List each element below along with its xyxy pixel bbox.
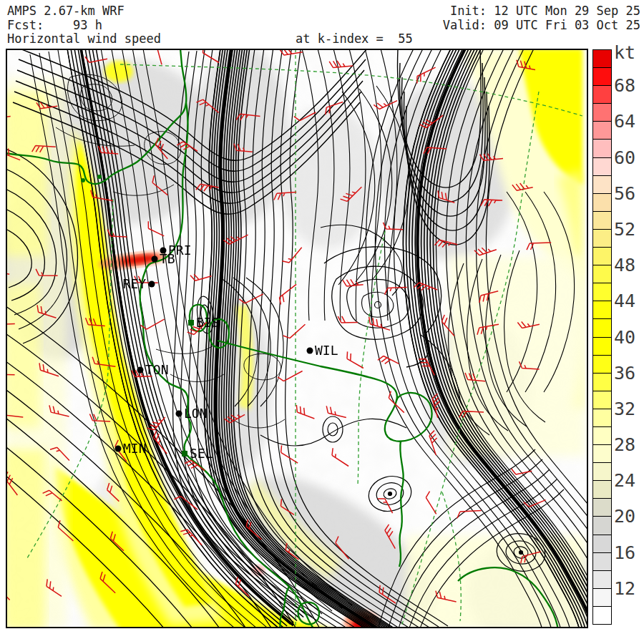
colorbar-cell: [592, 409, 612, 427]
station-label-tb: TB: [160, 251, 175, 266]
colorbar-cell: [592, 535, 612, 553]
colorbar-tick-label: 56: [614, 183, 635, 204]
station-label-sel: SEL: [190, 446, 213, 461]
colorbar-cell: [592, 391, 612, 409]
station-marker-lon: [176, 411, 182, 417]
colorbar-cell: [592, 85, 612, 104]
colorbar-cell: [592, 103, 612, 122]
colorbar-tick-label: 28: [614, 434, 635, 455]
colorbar-cell: [592, 229, 612, 248]
station-marker-bis: [188, 320, 194, 326]
station-marker-wil: [307, 348, 313, 354]
colorbar-cell: [592, 426, 612, 445]
colorbar-tick-label: 48: [614, 255, 635, 275]
colorbar-cell: [592, 301, 612, 319]
colorbar-tick-label: 32: [614, 399, 635, 419]
map-canvas: PRITBREYBISWILTONLONMINSEL: [6, 49, 588, 628]
station-marker-tb: [152, 256, 158, 263]
colorbar-cell: [592, 265, 612, 283]
colorbar-cell: [592, 444, 612, 463]
level-label: at k-index = 55: [296, 31, 413, 46]
colorbar-cell: [592, 121, 612, 140]
station-label-bis: BIS: [196, 315, 220, 330]
station-label-lon: LON: [184, 406, 208, 421]
station-marker-min: [115, 446, 122, 452]
colorbar-tick-label: 60: [614, 147, 635, 168]
colorbar: [592, 50, 612, 625]
colorbar-unit: kt: [614, 42, 635, 63]
colorbar-tick-label: 24: [614, 470, 635, 491]
colorbar-cell: [592, 606, 612, 625]
station-label-min: MIN: [123, 441, 147, 456]
colorbar-cell: [592, 337, 612, 356]
colorbar-tick-label: 68: [614, 75, 635, 96]
init-time: Init: 12 UTC Mon 29 Sep 25: [354, 4, 640, 18]
colorbar-cell: [592, 552, 612, 571]
station-marker-ton: [137, 367, 144, 374]
field-title: Horizontal wind speed: [7, 31, 161, 46]
colorbar-tick-label: 64: [614, 111, 635, 132]
colorbar-cell: [592, 49, 612, 68]
colorbar-cell: [592, 175, 612, 194]
colorbar-cell: [592, 355, 612, 374]
station-label-wil: WIL: [315, 343, 338, 358]
colorbar-tick-label: 12: [614, 578, 635, 599]
forecast-hour: Fcst: 93 h: [7, 18, 102, 32]
colorbar-cell: [592, 373, 612, 391]
station-marker-rey: [149, 281, 155, 288]
colorbar-cell: [592, 498, 612, 517]
colorbar-cell: [592, 480, 612, 499]
colorbar-tick-label: 20: [614, 506, 635, 527]
amps-wrf-plot: { "header": { "model": "AMPS 2.67-km WRF…: [0, 0, 644, 644]
station-label-ton: TON: [145, 362, 169, 377]
colorbar-cell: [592, 193, 612, 212]
colorbar-tick-label: 16: [614, 542, 635, 563]
valid-time: Valid: 09 UTC Fri 03 Oct 25: [354, 18, 640, 32]
colorbar-cell: [592, 139, 612, 157]
colorbar-cell: [592, 318, 612, 337]
colorbar-tick-label: 52: [614, 219, 635, 240]
colorbar-cell: [592, 570, 612, 589]
station-label-rey: REY: [122, 276, 146, 291]
colorbar-tick-label: 40: [614, 327, 635, 348]
colorbar-cell: [592, 283, 612, 301]
model-title: AMPS 2.67-km WRF: [7, 4, 125, 18]
colorbar-cell: [592, 211, 612, 230]
station-marker-sel: [182, 451, 187, 457]
colorbar-cell: [592, 247, 612, 265]
weather-map: PRITBREYBISWILTONLONMINSEL: [6, 49, 588, 628]
colorbar-cell: [592, 67, 612, 86]
colorbar-tick-label: 44: [614, 291, 635, 311]
colorbar-cell: [592, 516, 612, 535]
colorbar-cell: [592, 157, 612, 176]
colorbar-cell: [592, 462, 612, 481]
colorbar-cell: [592, 588, 612, 607]
colorbar-tick-label: 36: [614, 363, 635, 384]
